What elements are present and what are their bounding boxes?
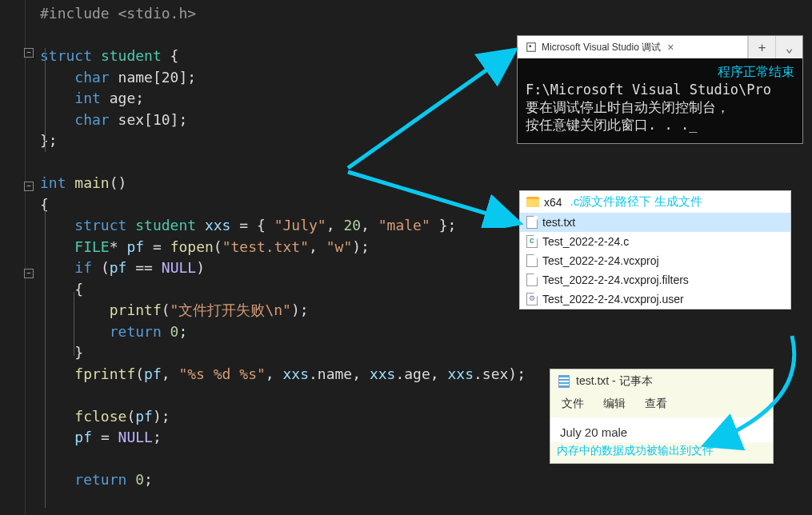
file-icon [526, 216, 538, 229]
console-line: F:\Microsoft Visual Studio\Pro [526, 81, 794, 98]
notepad-menubar: 文件 编辑 查看 [550, 393, 773, 417]
folder-name: x64 [544, 196, 562, 209]
close-icon[interactable]: × [667, 41, 674, 54]
svg-rect-1 [529, 45, 531, 47]
file-name: test.txt [542, 216, 575, 229]
annotation: 内存中的数据成功被输出到文件 [550, 442, 773, 463]
notepad-icon [558, 375, 570, 388]
file-icon [526, 293, 538, 305]
preproc: #include <stdio.h> [40, 5, 196, 22]
folder-row[interactable]: x64 .c源文件路径下 生成文件 [520, 191, 790, 213]
menu-file[interactable]: 文件 [562, 397, 584, 411]
file-row[interactable]: Test_2022-2-24.vcxproj [520, 251, 790, 270]
file-row[interactable]: Test_2022-2-24.c [520, 232, 790, 251]
fold-icon[interactable]: − [24, 48, 34, 58]
fold-icon[interactable]: − [24, 182, 34, 191]
new-tab-button[interactable]: + [748, 36, 775, 58]
console-window: Microsoft Visual Studio 调试 × + ⌄ 程序正常结束 … [517, 35, 803, 144]
console-line: 按任意键关闭此窗口. . ._ [526, 116, 794, 134]
file-name: Test_2022-2-24.c [542, 235, 629, 248]
file-row[interactable]: test.txt [520, 213, 790, 232]
menu-edit[interactable]: 编辑 [603, 397, 626, 411]
status-text: 程序正常结束 [526, 63, 794, 81]
file-row[interactable]: Test_2022-2-24.vcxproj.filters [520, 270, 790, 289]
annotation: .c源文件路径下 生成文件 [570, 194, 703, 210]
folder-icon [526, 197, 539, 207]
notepad-window: test.txt - 记事本 文件 编辑 查看 July 20 male 内存中… [550, 369, 774, 464]
fold-icon[interactable]: − [24, 269, 34, 278]
console-tabstrip: Microsoft Visual Studio 调试 × + ⌄ [518, 36, 802, 58]
vs-icon [526, 42, 537, 53]
console-line: 要在调试停止时自动关闭控制台， [526, 98, 794, 116]
file-name: Test_2022-2-24.vcxproj.filters [542, 273, 689, 286]
file-icon [526, 254, 538, 267]
notepad-titlebar: test.txt - 记事本 [550, 369, 773, 393]
gutter [0, 0, 26, 515]
console-tab[interactable]: Microsoft Visual Studio 调试 × [518, 36, 748, 58]
c-file-icon [526, 235, 538, 248]
file-row[interactable]: Test_2022-2-24.vcxproj.user [520, 289, 790, 309]
file-icon [526, 273, 538, 286]
file-explorer: x64 .c源文件路径下 生成文件 test.txt Test_2022-2-2… [519, 190, 791, 309]
menu-view[interactable]: 查看 [645, 397, 667, 411]
notepad-title-text: test.txt - 记事本 [576, 374, 653, 389]
console-output: 程序正常结束 F:\Microsoft Visual Studio\Pro 要在… [518, 58, 802, 143]
tab-menu-button[interactable]: ⌄ [775, 36, 802, 58]
file-name: Test_2022-2-24.vcxproj [542, 254, 659, 267]
file-name: Test_2022-2-24.vcxproj.user [542, 293, 684, 305]
notepad-content[interactable]: July 20 male [550, 417, 773, 442]
console-tab-title: Microsoft Visual Studio 调试 [542, 41, 661, 54]
